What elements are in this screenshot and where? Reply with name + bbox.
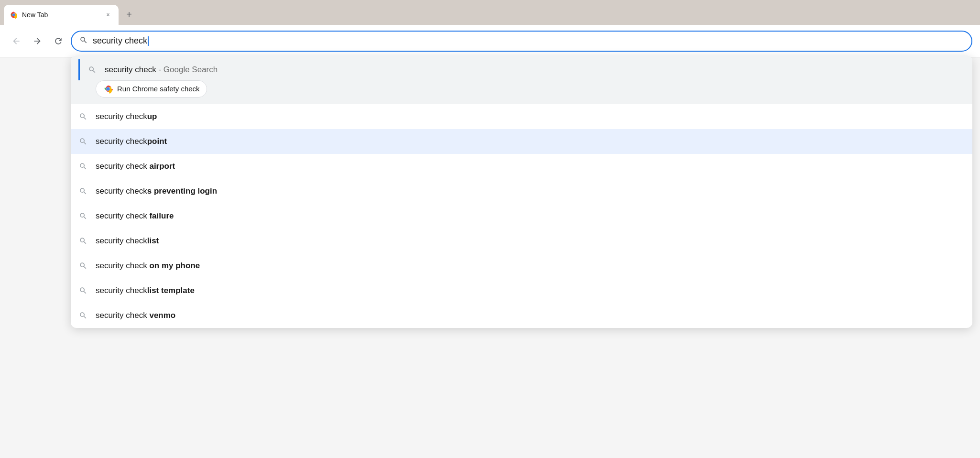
search-icon-3 (78, 186, 88, 196)
back-icon (11, 36, 21, 46)
suggestion-item-8[interactable]: security check venmo (71, 303, 972, 328)
back-button[interactable] (8, 33, 25, 50)
forward-button[interactable] (29, 33, 46, 50)
svg-point-3 (106, 87, 109, 90)
google-search-text: security check - Google Search (105, 65, 218, 75)
suggestion-text-4: security check failure (96, 211, 174, 221)
forward-icon (33, 36, 42, 46)
suggestion-text-1: security checkpoint (96, 137, 167, 146)
suggestion-text-8: security check venmo (96, 311, 175, 320)
google-search-suffix: - Google Search (156, 65, 218, 74)
chrome-safety-check-row: Run Chrome safety check (78, 80, 965, 98)
suggestion-item-7[interactable]: security checklist template (71, 278, 972, 303)
search-icon-0 (78, 112, 88, 121)
new-tab-button[interactable]: + (120, 6, 138, 23)
search-icon-4 (78, 211, 88, 221)
omnibox-text: security check (93, 36, 147, 46)
search-icon-google (87, 65, 97, 75)
google-search-query: security check (105, 65, 156, 74)
omnibox[interactable]: security check (71, 31, 972, 52)
search-icon-5 (78, 236, 88, 246)
google-search-suggestion[interactable]: security check - Google Search (78, 59, 965, 80)
suggestion-item-0[interactable]: security checkup (71, 104, 972, 129)
tab-title: New Tab (22, 11, 99, 19)
suggestion-text-7: security checklist template (96, 286, 195, 295)
suggestion-item-2[interactable]: security check airport (71, 154, 972, 179)
suggestion-text-3: security checks preventing login (96, 186, 217, 196)
search-icon-1 (78, 137, 88, 146)
omnibox-input[interactable]: security check (93, 36, 964, 46)
search-icon-6 (78, 261, 88, 271)
search-icon-8 (78, 311, 88, 320)
svg-point-1 (12, 13, 15, 16)
suggestion-text-2: security check airport (96, 162, 175, 171)
google-search-section: security check - Google Search (71, 55, 972, 104)
search-icon-7 (78, 286, 88, 295)
chrome-logo-icon (103, 84, 113, 94)
search-icon-2 (78, 162, 88, 171)
suggestion-text-0: security checkup (96, 112, 157, 121)
reload-icon (54, 36, 63, 46)
suggestion-item-5[interactable]: security checklist (71, 229, 972, 253)
suggestion-item-4[interactable]: security check failure (71, 204, 972, 229)
active-tab[interactable]: New Tab × (4, 5, 119, 25)
text-cursor (148, 36, 149, 46)
run-chrome-safety-check-button[interactable]: Run Chrome safety check (96, 80, 207, 98)
omnibox-search-icon (79, 36, 88, 46)
suggestion-text-5: security checklist (96, 236, 159, 246)
toolbar: security check security check - Google S… (0, 25, 980, 57)
suggestion-item-3[interactable]: security checks preventing login (71, 179, 972, 204)
reload-button[interactable] (50, 33, 67, 50)
omnibox-container: security check security check - Google S… (71, 31, 972, 52)
chrome-favicon (10, 11, 18, 19)
chrome-safety-check-label: Run Chrome safety check (117, 85, 200, 93)
suggestions-dropdown: security check - Google Search (71, 55, 972, 328)
tab-close-button[interactable]: × (103, 10, 113, 20)
tab-bar: New Tab × + (0, 0, 980, 25)
suggestion-item-6[interactable]: security check on my phone (71, 253, 972, 278)
suggestion-text-6: security check on my phone (96, 261, 200, 271)
suggestion-item-1[interactable]: security checkpoint (71, 129, 972, 154)
